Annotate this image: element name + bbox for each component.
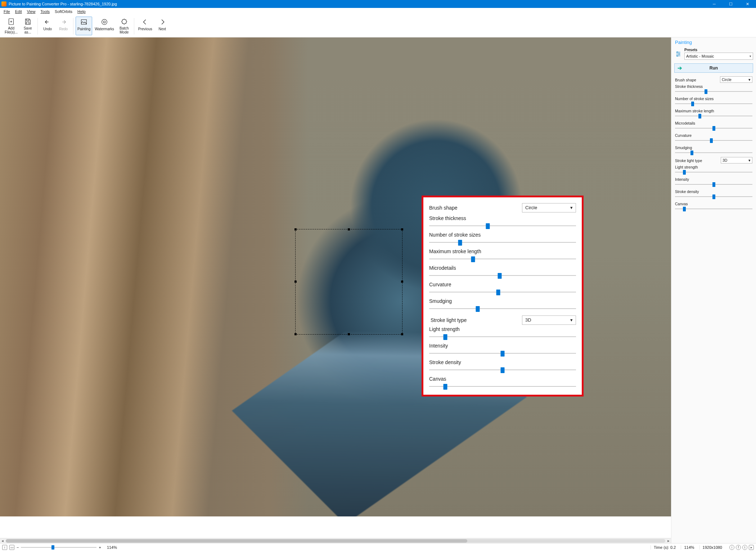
zoom-slider[interactable] <box>21 545 96 550</box>
menubar: File Edit View Tools SoftOrbits Help <box>0 8 756 15</box>
undo-label: Undo <box>43 27 52 31</box>
status-zoom-right: 114% <box>681 545 697 550</box>
menu-view[interactable]: View <box>27 9 36 14</box>
horizontal-scrollbar[interactable]: ◄ ► <box>0 538 671 543</box>
chevron-down-icon: ▾ <box>750 54 751 58</box>
side-brush-shape-label: Brush shape <box>675 77 696 82</box>
chevron-down-icon: ▾ <box>748 158 751 162</box>
zoom-value: 114% <box>107 545 117 550</box>
svg-point-13 <box>679 53 680 54</box>
info-icon[interactable]: i <box>2 545 7 550</box>
callout-curv-slider[interactable] <box>429 289 576 295</box>
side-stroke-thickness-slider[interactable] <box>675 89 752 94</box>
painting-label: Painting <box>77 27 90 31</box>
toolbar: Add File(s)... Save as... Undo Redo Pain… <box>0 15 756 37</box>
painting-icon <box>80 18 88 26</box>
side-density-slider[interactable] <box>675 194 752 200</box>
canvas-area: Brush shape Circle ▾ Stroke thickness Nu… <box>0 37 671 543</box>
side-brush-shape-combo[interactable]: Circle ▾ <box>720 76 752 83</box>
callout-light-strength-slider[interactable] <box>429 333 576 340</box>
menu-edit[interactable]: Edit <box>15 9 22 14</box>
callout-num-sizes-slider[interactable] <box>429 239 576 246</box>
presets-gear-icon[interactable] <box>674 50 682 58</box>
social-twitter-icon[interactable]: t <box>742 545 747 550</box>
callout-brush-shape-label: Brush shape <box>429 205 458 211</box>
close-button[interactable]: ✕ <box>740 0 755 8</box>
svg-rect-4 <box>26 22 29 24</box>
compare-icon[interactable]: ▭ <box>9 545 14 550</box>
watermarks-button[interactable]: Watermarks <box>93 17 116 35</box>
image-canvas[interactable]: Brush shape Circle ▾ Stroke thickness Nu… <box>0 37 671 516</box>
callout-smudge-label: Smudging <box>429 298 576 304</box>
callout-stroke-thickness-slider[interactable] <box>429 223 576 229</box>
presets-combo[interactable]: Artistic - Mosaic ▾ <box>684 53 753 60</box>
callout-density-slider[interactable] <box>429 367 576 373</box>
painting-tool-button[interactable]: Painting <box>76 17 92 35</box>
callout-smudge-slider[interactable] <box>429 305 576 312</box>
add-files-button[interactable]: Add File(s)... <box>3 17 19 35</box>
side-curv-slider[interactable] <box>675 138 752 143</box>
side-canvas-slider[interactable] <box>675 206 752 212</box>
callout-intensity-slider[interactable] <box>429 350 576 357</box>
batch-mode-button[interactable]: Batch Mode <box>117 17 132 35</box>
side-light-type-combo[interactable]: 3D ▾ <box>721 157 752 163</box>
callout-micro-label: Microdetails <box>429 265 576 271</box>
parameters-callout: Brush shape Circle ▾ Stroke thickness Nu… <box>422 196 584 397</box>
social-youtube-icon[interactable]: ▸ <box>749 545 754 550</box>
app-logo-icon <box>1 1 6 6</box>
side-num-sizes-slider[interactable] <box>675 101 752 107</box>
run-label: Run <box>685 66 753 71</box>
side-light-type-value: 3D <box>723 158 727 162</box>
side-smudge-slider[interactable] <box>675 150 752 156</box>
save-as-button[interactable]: Save as... <box>20 17 35 35</box>
scroll-left-icon[interactable]: ◄ <box>0 539 5 543</box>
svg-point-12 <box>677 51 678 53</box>
menu-file[interactable]: File <box>4 9 10 14</box>
callout-canvas-slider[interactable] <box>429 383 576 390</box>
menu-tools[interactable]: Tools <box>40 9 50 14</box>
side-density-label: Stroke density <box>675 189 752 194</box>
callout-num-sizes-label: Number of stroke sizes <box>429 232 576 238</box>
side-micro-slider[interactable] <box>675 125 752 131</box>
side-max-len-slider[interactable] <box>675 113 752 119</box>
social-info-icon[interactable]: i <box>729 545 734 550</box>
minimize-button[interactable]: ─ <box>707 0 721 8</box>
svg-point-7 <box>103 21 105 23</box>
social-facebook-icon[interactable]: f <box>736 545 741 550</box>
add-files-label: Add File(s)... <box>5 26 18 34</box>
side-micro-label: Microdetails <box>675 120 752 125</box>
side-light-strength-slider[interactable] <box>675 169 752 175</box>
titlebar: Picture to Painting Converter Pro - star… <box>0 0 756 8</box>
callout-light-type-combo[interactable]: 3D ▾ <box>522 315 576 325</box>
window-title: Picture to Painting Converter Pro - star… <box>9 2 117 6</box>
maximize-button[interactable]: ☐ <box>724 0 738 8</box>
run-arrow-icon: ➔ <box>675 65 685 71</box>
previous-button[interactable]: Previous <box>136 17 154 35</box>
redo-label: Redo <box>59 27 68 31</box>
callout-light-type-value: 3D <box>525 317 531 323</box>
callout-max-len-slider[interactable] <box>429 256 576 262</box>
previous-label: Previous <box>138 27 152 31</box>
callout-stroke-thickness-label: Stroke thickness <box>429 215 576 221</box>
side-intensity-slider[interactable] <box>675 182 752 187</box>
side-curv-label: Curvature <box>675 133 752 138</box>
zoom-out-icon[interactable]: − <box>17 545 19 550</box>
side-brush-shape-value: Circle <box>722 77 732 82</box>
selection-rectangle[interactable] <box>295 229 402 335</box>
callout-micro-slider[interactable] <box>429 272 576 279</box>
callout-brush-shape-combo[interactable]: Circle ▾ <box>522 203 576 212</box>
chevron-down-icon: ▾ <box>748 77 751 82</box>
statusbar: i ▭ − + 114% Time (s): 0.2 114% 1920x108… <box>0 543 756 551</box>
status-dimensions: 1920x1080 <box>699 545 725 550</box>
next-button[interactable]: Next <box>155 17 170 35</box>
undo-button[interactable]: Undo <box>40 17 55 35</box>
callout-curv-label: Curvature <box>429 282 576 287</box>
zoom-in-icon[interactable]: + <box>99 545 101 550</box>
scroll-right-icon[interactable]: ► <box>666 539 671 543</box>
run-button[interactable]: ➔ Run <box>674 63 753 73</box>
undo-icon <box>43 18 52 26</box>
menu-softorbits[interactable]: SoftOrbits <box>55 9 72 14</box>
menu-help[interactable]: Help <box>77 9 86 14</box>
side-light-type-label: Stroke light type <box>675 158 702 163</box>
redo-button[interactable]: Redo <box>56 17 71 35</box>
